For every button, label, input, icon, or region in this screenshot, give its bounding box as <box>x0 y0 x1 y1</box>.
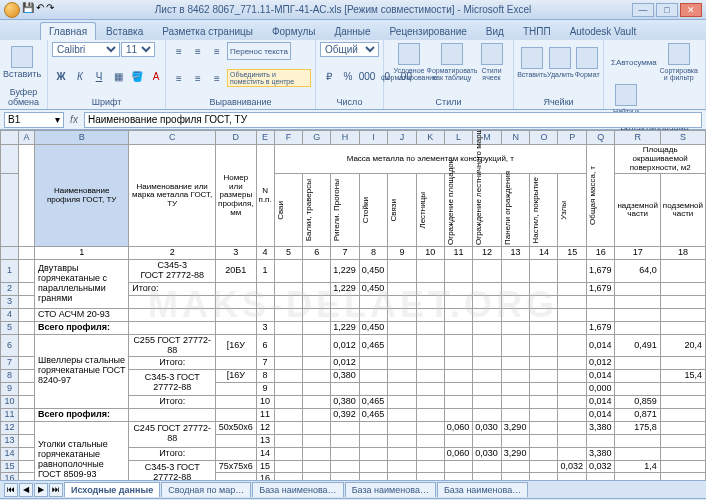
comma-button[interactable]: 000 <box>358 68 376 86</box>
font-size[interactable]: 11 <box>121 42 155 57</box>
insert-cells-button[interactable]: Вставить <box>518 42 546 82</box>
number-format[interactable]: Общий <box>320 42 379 57</box>
cell[interactable] <box>501 260 530 283</box>
bold-button[interactable]: Ж <box>52 68 70 86</box>
align-left[interactable]: ≡ <box>170 69 188 87</box>
cell[interactable] <box>660 260 705 283</box>
minimize-button[interactable]: — <box>632 3 654 17</box>
sheet-tab[interactable]: База наименова… <box>437 482 528 497</box>
cond-format-button[interactable]: Условное форматирование <box>388 42 430 82</box>
cell[interactable]: 1,229 <box>331 260 360 283</box>
cell[interactable]: 1 <box>256 260 274 283</box>
qat-redo[interactable]: ↷ <box>46 2 54 18</box>
col-header[interactable]: S <box>660 131 705 145</box>
col-header[interactable]: F <box>274 131 303 145</box>
border-button[interactable]: ▦ <box>109 68 127 86</box>
delete-icon <box>549 47 571 69</box>
cell[interactable] <box>274 260 303 283</box>
align-mid[interactable]: ≡ <box>189 42 207 60</box>
row-header[interactable] <box>1 145 19 174</box>
cell[interactable] <box>303 260 331 283</box>
italic-button[interactable]: К <box>71 68 89 86</box>
ribbon-tab[interactable]: Главная <box>40 22 96 40</box>
qat-undo[interactable]: ↶ <box>36 2 44 18</box>
name-box[interactable]: B1▾ <box>4 112 64 128</box>
ribbon-tab[interactable]: ТНПП <box>514 22 560 40</box>
formula-input[interactable]: Наименование профиля ГОСТ, ТУ <box>84 112 702 128</box>
sheet-tab[interactable]: База наименова… <box>252 482 343 497</box>
font-color-button[interactable]: A <box>147 68 165 86</box>
ribbon-tab[interactable]: Разметка страницы <box>153 22 262 40</box>
col-header[interactable]: I <box>359 131 388 145</box>
format-cells-button[interactable]: Формат <box>575 42 600 82</box>
fx-icon[interactable]: fx <box>66 114 82 125</box>
cell[interactable] <box>388 260 417 283</box>
col-header[interactable]: J <box>388 131 417 145</box>
row-header[interactable]: 1 <box>1 260 19 283</box>
align-bot[interactable]: ≡ <box>208 42 226 60</box>
col-header[interactable]: H <box>331 131 360 145</box>
col-header[interactable]: K <box>416 131 444 145</box>
cell[interactable] <box>416 260 444 283</box>
sheet-tab[interactable]: Исходные данные <box>64 482 160 497</box>
cell[interactable]: 64,0 <box>615 260 660 283</box>
close-button[interactable]: ✕ <box>680 3 702 17</box>
col-header[interactable]: O <box>530 131 558 145</box>
col-header[interactable]: B <box>35 131 129 145</box>
cell-styles-button[interactable]: Стили ячеек <box>474 42 509 82</box>
maximize-button[interactable]: □ <box>656 3 678 17</box>
ribbon-tab[interactable]: Формулы <box>263 22 325 40</box>
col-header[interactable]: Q <box>586 131 615 145</box>
qat-save[interactable]: 💾 <box>22 2 34 18</box>
cell[interactable] <box>444 260 473 283</box>
ribbon-tab[interactable]: Вид <box>477 22 513 40</box>
col-header[interactable]: C <box>129 131 216 145</box>
select-all[interactable] <box>1 131 19 145</box>
sheet-tab[interactable]: Сводная по мар… <box>161 482 251 497</box>
col-header[interactable]: D <box>216 131 257 145</box>
sheet-nav-first[interactable]: ⏮ <box>4 483 18 497</box>
ribbon-tab[interactable]: Данные <box>325 22 379 40</box>
chevron-down-icon: ▾ <box>55 114 60 125</box>
col-header[interactable]: G <box>303 131 331 145</box>
cell[interactable]: 20Б1 <box>216 260 257 283</box>
merge-center-button[interactable]: Объединить и поместить в центре <box>227 69 311 87</box>
cell[interactable] <box>473 260 502 283</box>
col-header[interactable]: N <box>501 131 530 145</box>
font-name[interactable]: Calibri <box>52 42 120 57</box>
paste-button[interactable]: Вставить <box>4 42 40 82</box>
cell[interactable]: Двутавры горячекатаные с параллельными г… <box>35 260 129 309</box>
delete-cells-button[interactable]: Удалить <box>547 42 574 82</box>
sheet-nav-prev[interactable]: ◀ <box>19 483 33 497</box>
cell[interactable] <box>530 260 558 283</box>
col-header[interactable]: R <box>615 131 660 145</box>
align-right[interactable]: ≡ <box>208 69 226 87</box>
worksheet-area[interactable]: MAKS-DELAET.ORG ABCDEFGHIJKLMNOPQRSНаиме… <box>0 130 706 480</box>
percent-button[interactable]: % <box>339 68 357 86</box>
sheet-nav-next[interactable]: ▶ <box>34 483 48 497</box>
sort-filter-button[interactable]: Сортировка и фильтр <box>661 42 697 82</box>
ribbon-tab[interactable]: Autodesk Vault <box>561 22 646 40</box>
sheet-nav-last[interactable]: ⏭ <box>49 483 63 497</box>
cell[interactable] <box>558 260 587 283</box>
ribbon-tab[interactable]: Вставка <box>97 22 152 40</box>
format-table-button[interactable]: Форматировать как таблицу <box>431 42 473 82</box>
cell[interactable]: Наименование профиля ГОСТ, ТУ <box>35 145 129 247</box>
autosum-button[interactable]: Σ Автосумма <box>608 53 660 71</box>
col-header[interactable]: P <box>558 131 587 145</box>
cell[interactable]: 1,679 <box>586 260 615 283</box>
align-top[interactable]: ≡ <box>170 42 188 60</box>
fill-color-button[interactable]: 🪣 <box>128 68 146 86</box>
wrap-text-button[interactable]: Перенос текста <box>227 42 291 60</box>
currency-button[interactable]: ₽ <box>320 68 338 86</box>
col-header[interactable]: L <box>444 131 473 145</box>
office-orb[interactable] <box>4 2 20 18</box>
col-header[interactable]: E <box>256 131 274 145</box>
col-header[interactable]: A <box>19 131 35 145</box>
sheet-tab[interactable]: База наименова… <box>345 482 436 497</box>
cell[interactable]: С345-3ГОСТ 27772-88 <box>129 260 216 283</box>
align-center[interactable]: ≡ <box>189 69 207 87</box>
cell[interactable]: 0,450 <box>359 260 388 283</box>
underline-button[interactable]: Ч <box>90 68 108 86</box>
ribbon-tab[interactable]: Рецензирование <box>381 22 476 40</box>
